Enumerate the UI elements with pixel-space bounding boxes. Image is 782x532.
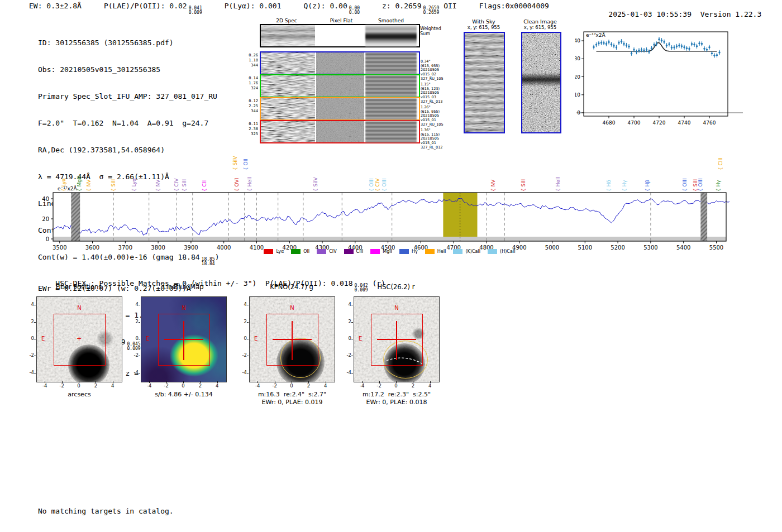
svg-text:{ Hδ: { Hδ (606, 180, 612, 191)
legend-label: OII (303, 249, 309, 254)
y-tick-label: 0 (233, 336, 247, 341)
x-tick-mark (166, 381, 167, 383)
legend-swatch (488, 249, 497, 254)
legend-swatch (399, 249, 409, 254)
y-tick-label: 4 (338, 301, 351, 307)
y-tick-mark (247, 373, 249, 373)
header-datetime: 2025-01-03 10:55:39 Version 1.22.3 (591, 2, 761, 27)
report-date: 2025-01-03 10:55:39 (608, 10, 692, 18)
legend-swatch (344, 249, 354, 254)
plae-frac: 0.0410.009 (189, 6, 202, 15)
kpno-plot-area: N E (249, 296, 335, 382)
svg-text:0: 0 (46, 236, 49, 242)
svg-text:{ Hγ: { Hγ (716, 180, 721, 191)
hsc-cutout-panel: HSC(26.2) r N E m:17.2 re:2.3" s:2.5" EW… (337, 283, 457, 411)
footer-line1: No matching targets in catalog. (38, 507, 174, 516)
svg-text:{ Hβ: { Hβ (645, 180, 650, 191)
svg-text:4700: 4700 (628, 120, 641, 126)
compass-east-label: E (254, 336, 258, 342)
svg-text:{ CIII: { CIII (718, 157, 723, 170)
svg-text:{ OIII: { OIII (698, 178, 703, 191)
legend-item: HeII (425, 249, 446, 254)
fiber-spec-row (260, 120, 420, 143)
panel-title: HSC(26.2) r (340, 283, 452, 291)
svg-text:{ HeII: { HeII (247, 177, 252, 191)
svg-text:{ Hγ: { Hγ (622, 180, 627, 191)
footer-notes: No matching targets in catalog. Row inte… (38, 489, 174, 532)
y-tick-mark (139, 373, 140, 373)
y-tick-mark (34, 339, 36, 339)
fiber-smoothed-image (365, 52, 417, 74)
x-tick-mark (258, 381, 258, 383)
fiber-row-weights: 0.122.25344 (235, 99, 258, 114)
y-tick-mark (351, 305, 353, 305)
fiber-pixelflat-image (316, 121, 364, 142)
x-tick-label: 4 (319, 383, 332, 389)
x-tick-mark (62, 381, 63, 383)
legend-label: MgII (383, 249, 392, 254)
x-tick-label: 2 (193, 383, 207, 389)
fiber-2dspec-image (261, 75, 315, 97)
x-tick-label: 2 (302, 383, 315, 389)
legend-swatch (291, 249, 301, 254)
withsky-coords: x, y: 615, 955 (461, 25, 506, 30)
legend-item: MgII (370, 249, 392, 254)
y-tick-mark (34, 322, 36, 323)
legend-item: CIII (344, 249, 364, 254)
y-tick-mark (247, 305, 249, 305)
inset-unit-label: e⁻¹⁷x2Å (586, 32, 605, 38)
info-seeing: F=2.0" T=0.162 N=1.04 A=0.91 g=24.7 (38, 119, 220, 128)
legend-swatch (317, 249, 326, 254)
legend-swatch (370, 249, 380, 254)
x-tick-mark (217, 381, 218, 383)
y-tick-mark (139, 322, 140, 323)
x-tick-label: -2 (160, 383, 173, 389)
y-tick-mark (351, 322, 353, 323)
y-tick-label: 2 (338, 319, 351, 324)
y-tick-label: -4 (233, 370, 247, 375)
main-unit-label: e⁻¹⁷x2Å (58, 186, 77, 191)
y-tick-label: -2 (338, 352, 351, 358)
compass-east-label: E (146, 336, 149, 342)
y-tick-mark (34, 305, 36, 305)
x-tick-mark (149, 381, 150, 383)
svg-text:{ SiII: { SiII (521, 179, 526, 191)
weighted-smoothed-image (365, 25, 417, 46)
fiber-smoothed-image (365, 121, 417, 142)
y-tick-label: 0 (125, 336, 139, 341)
compass-north-label: N (37, 305, 122, 311)
y-tick-label: -2 (233, 352, 247, 358)
info-obs: Obs: 20210505v015_3012556385 (38, 65, 220, 74)
inset-spectrum-chart: 46804700472047404760010203040 (575, 25, 746, 128)
legend-item: (K)CaII (453, 249, 480, 254)
fiber-plot-area: N E + (36, 296, 122, 382)
legend-label: Hγ (412, 249, 418, 254)
y-tick-label: 2 (233, 319, 247, 324)
fiber-row-weights: 0.141.76324 (235, 76, 258, 91)
x-tick-mark (96, 381, 96, 383)
y-tick-mark (34, 356, 36, 356)
x-tick-mark (200, 381, 201, 383)
legend-swatch (264, 249, 273, 254)
fiber-pixelflat-image (316, 98, 364, 119)
legend-label: (K)CaII (465, 249, 480, 254)
x-tick-label: -4 (142, 383, 156, 389)
lineflux-plot-area: N E (141, 296, 227, 382)
svg-text:4740: 4740 (678, 120, 691, 126)
svg-text:{ OVI: { OVI (234, 178, 240, 191)
x-tick-label: 2 (89, 383, 102, 389)
legend-label: HeII (437, 249, 446, 254)
legend-label: CIII (356, 249, 364, 254)
y-tick-mark (34, 373, 36, 373)
col-title-2dspec: 2D Spec (264, 18, 309, 23)
y-tick-mark (247, 356, 249, 356)
col-title-smoothed: Smoothed (369, 18, 413, 23)
plya-value: P(Lyα): 0.001 (225, 2, 282, 15)
svg-text:{ NV: { NV (86, 179, 92, 191)
svg-text:{ CIV: { CIV (375, 178, 380, 191)
x-tick-label: -2 (268, 383, 282, 389)
fiber-spec-row (260, 74, 420, 98)
svg-text:{ OII: { OII (243, 159, 249, 170)
x-tick-label: 0 (389, 383, 403, 389)
weighted-sum-label: WeightedSum (420, 26, 441, 36)
